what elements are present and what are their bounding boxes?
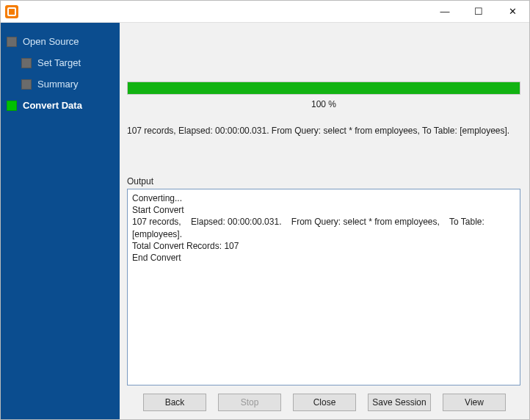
- wizard-sidebar: Open Source Set Target Summary Convert D…: [1, 23, 120, 419]
- step-box-icon: [21, 58, 32, 68]
- content-area: 100 % 107 records, Elapsed: 00:00:00.031…: [120, 23, 529, 385]
- sidebar-item-convert-data[interactable]: Convert Data: [7, 97, 114, 114]
- window-body: Open Source Set Target Summary Convert D…: [1, 23, 529, 419]
- maximize-button[interactable]: ☐: [462, 1, 495, 22]
- app-window: — ☐ ✕ Open Source Set Target Summary Con…: [0, 0, 530, 420]
- close-button[interactable]: Close: [293, 394, 356, 411]
- step-box-icon: [7, 101, 17, 111]
- stop-button: Stop: [218, 394, 281, 411]
- title-bar: — ☐ ✕: [1, 1, 529, 23]
- sidebar-item-label: Summary: [37, 79, 79, 90]
- sidebar-item-open-source[interactable]: Open Source: [7, 33, 114, 50]
- window-controls: — ☐ ✕: [428, 1, 529, 22]
- status-line: 107 records, Elapsed: 00:00:00.031. From…: [127, 126, 520, 136]
- progress-section: 100 %: [127, 82, 520, 109]
- progress-bar: [127, 82, 520, 95]
- save-session-button[interactable]: Save Session: [368, 394, 431, 411]
- progress-percent-label: 100 %: [127, 99, 520, 109]
- minimize-button[interactable]: —: [428, 1, 462, 22]
- sidebar-item-label: Open Source: [23, 36, 79, 47]
- output-textarea[interactable]: [127, 189, 520, 385]
- output-label: Output: [127, 176, 520, 187]
- sidebar-item-set-target[interactable]: Set Target: [21, 54, 114, 71]
- step-box-icon: [7, 37, 17, 47]
- sidebar-item-label: Convert Data: [23, 100, 82, 111]
- step-box-icon: [21, 79, 32, 90]
- progress-fill: [128, 82, 520, 94]
- button-row: Back Stop Close Save Session View: [120, 385, 529, 419]
- back-button[interactable]: Back: [143, 394, 206, 411]
- sidebar-item-summary[interactable]: Summary: [21, 76, 114, 93]
- view-button[interactable]: View: [443, 394, 506, 411]
- close-window-button[interactable]: ✕: [495, 1, 529, 22]
- sidebar-item-label: Set Target: [37, 57, 81, 68]
- main-panel: 100 % 107 records, Elapsed: 00:00:00.031…: [120, 23, 529, 419]
- app-icon: [5, 5, 18, 18]
